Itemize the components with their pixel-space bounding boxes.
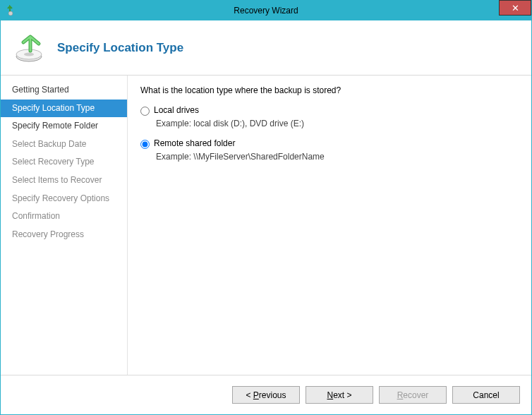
- sidebar: Getting Started Specify Location Type Sp…: [1, 76, 128, 375]
- step-specify-recovery-options[interactable]: Specify Recovery Options: [1, 190, 127, 208]
- step-select-backup-date[interactable]: Select Backup Date: [1, 136, 127, 154]
- prompt-text: What is the location type where the back…: [140, 85, 516, 95]
- wizard-icon: [13, 32, 44, 64]
- recover-button: Recover: [379, 386, 447, 404]
- option-local-drives-label: Local drives: [154, 105, 199, 115]
- close-icon: ✕: [512, 3, 519, 13]
- option-remote-folder-label: Remote shared folder: [154, 138, 235, 148]
- footer: < Previous Next > Recover Cancel: [1, 375, 531, 414]
- previous-button[interactable]: < Previous: [232, 386, 300, 404]
- step-select-recovery-type[interactable]: Select Recovery Type: [1, 153, 127, 172]
- svg-point-3: [24, 52, 34, 56]
- wizard-header: Specify Location Type: [1, 20, 531, 76]
- svg-point-0: [8, 11, 13, 16]
- option-remote-folder-example: Example: \\MyFileServer\SharedFolderName: [156, 152, 516, 162]
- close-button[interactable]: ✕: [499, 0, 531, 16]
- next-button[interactable]: Next >: [306, 386, 373, 404]
- cancel-button[interactable]: Cancel: [452, 386, 520, 404]
- app-icon: [5, 5, 16, 16]
- titlebar: Recovery Wizard ✕: [1, 1, 531, 20]
- window-title: Recovery Wizard: [1, 6, 531, 16]
- step-getting-started[interactable]: Getting Started: [1, 81, 127, 100]
- option-remote-folder[interactable]: Remote shared folder: [140, 138, 516, 149]
- radio-local-drives[interactable]: [140, 107, 150, 116]
- option-local-drives-example: Example: local disk (D:), DVD drive (E:): [156, 119, 516, 128]
- step-recovery-progress[interactable]: Recovery Progress: [1, 226, 127, 244]
- radio-remote-folder[interactable]: [140, 140, 150, 149]
- page-title: Specify Location Type: [57, 41, 183, 55]
- step-confirmation[interactable]: Confirmation: [1, 207, 127, 226]
- option-local-drives[interactable]: Local drives: [140, 105, 516, 116]
- step-select-items-to-recover[interactable]: Select Items to Recover: [1, 172, 127, 190]
- step-specify-remote-folder[interactable]: Specify Remote Folder: [1, 117, 127, 136]
- recovery-wizard-window: Recovery Wizard ✕ Specify Location Type …: [0, 0, 532, 415]
- step-specify-location-type[interactable]: Specify Location Type: [1, 100, 127, 118]
- content-pane: What is the location type where the back…: [128, 76, 531, 375]
- wizard-body: Getting Started Specify Location Type Sp…: [1, 76, 531, 375]
